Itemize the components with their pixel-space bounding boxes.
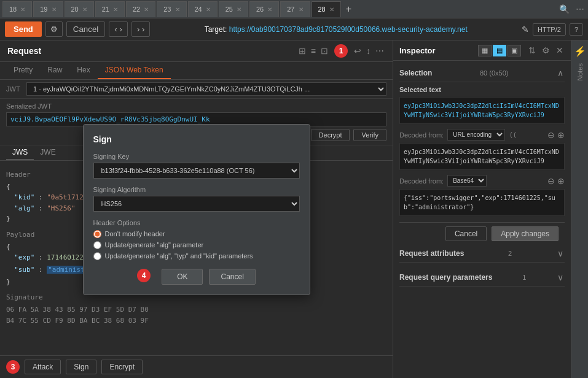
tab-close-25[interactable]: ✕ <box>237 6 241 13</box>
tab-19[interactable]: 19 ✕ <box>33 1 63 17</box>
main-area: Request ⊞ ≡ ⊡ 1 ↩ ↕ ⋯ Pretty Raw Hex JSO… <box>0 40 588 378</box>
modal-title: Sign <box>93 134 300 144</box>
selected-text-box: eyJpc3MiOiJwb3J0c3dpZ2dlciIsImV4cCI6MTcx… <box>399 97 565 124</box>
decoded-from-1-label: Decoded from: <box>399 131 444 139</box>
left-panel: Request ⊞ ≡ ⊡ 1 ↩ ↕ ⋯ Pretty Raw Hex JSO… <box>0 40 393 378</box>
ok-button[interactable]: OK <box>162 269 203 285</box>
tab-26[interactable]: 26 ✕ <box>249 1 279 17</box>
settings-icon[interactable]: ⚙ <box>45 21 63 37</box>
decoded-header-1: Decoded from: URL encoding ( ( ⊖ ⊕ <box>399 129 565 141</box>
signing-key-select[interactable]: b13f3f24-fbbb-4528-b633-362e5e110a88 (OC… <box>93 163 300 179</box>
decoded-minus-icon-1[interactable]: ⊖ <box>547 130 555 140</box>
decoded-encoding-1-select[interactable]: URL encoding <box>447 129 505 141</box>
badge-4: 4 <box>137 269 151 282</box>
sign-modal: Sign Signing Key b13f3f24-fbbb-4528-b633… <box>83 124 310 295</box>
inspector-content: Selection 80 (0x50) ∧ Selected text eyJp… <box>393 61 571 378</box>
inspector-settings-icon[interactable]: ⚙ <box>541 44 551 56</box>
tab-close-24[interactable]: ✕ <box>206 6 211 13</box>
inspector-sort-icon[interactable]: ⇅ <box>527 44 537 56</box>
tab-close-27[interactable]: ✕ <box>299 6 304 13</box>
search-icon[interactable]: 🔍 <box>558 3 571 15</box>
tab-bar: 18 ✕ 19 ✕ 20 ✕ 21 ✕ 22 ✕ 23 ✕ 24 ✕ 25 ✕ … <box>0 0 588 18</box>
decoded-plus-icon-2[interactable]: ⊕ <box>557 176 565 186</box>
side-icon-notes[interactable]: Notes <box>575 62 585 82</box>
toolbar: Send ⚙ Cancel ‹ › › › Target: https://0a… <box>0 18 588 40</box>
signing-key-label: Signing Key <box>93 153 300 160</box>
decoded-encoding-2-select[interactable]: Base64 <box>447 175 487 187</box>
display-btn-1[interactable]: ▦ <box>478 45 492 56</box>
inspector-title: Inspector <box>399 46 436 55</box>
side-icons: ⚡ Notes <box>571 40 588 378</box>
target-url: Target: https://0ab900170378ad9c8170529f… <box>154 25 517 34</box>
signing-algo-field: Signing Algorithm HS256 <box>93 186 300 212</box>
display-btn-3[interactable]: ▣ <box>508 45 521 56</box>
modal-cancel-button[interactable]: Cancel <box>209 269 255 285</box>
decoded-value-box-1: eyJpc3MiOiJwb3J0c3dpZ2dlciIsImV4cCI6MTcx… <box>399 143 565 170</box>
tab-close-21[interactable]: ✕ <box>113 6 118 13</box>
selected-text-title: Selected text <box>399 86 565 93</box>
request-attributes-section: Request attributes 2 ∨ <box>399 245 565 263</box>
tab-20[interactable]: 20 ✕ <box>65 1 94 17</box>
cancel-button[interactable]: Cancel <box>66 21 106 37</box>
signing-key-field: Signing Key b13f3f24-fbbb-4528-b633-362e… <box>93 153 300 179</box>
header-options-group: Header Options Don't modify header Updat… <box>93 219 300 260</box>
tab-18[interactable]: 18 ✕ <box>2 1 32 17</box>
right-panel: Inspector ▦ ▤ ▣ ⇅ ⚙ ✕ Selection 80 (0x50… <box>393 40 571 378</box>
tab-close-20[interactable]: ✕ <box>82 6 87 13</box>
selection-header: Selection 80 (0x50) ∧ <box>399 64 565 82</box>
apply-changes-button[interactable]: Apply changes <box>492 226 559 241</box>
signing-algo-select[interactable]: HS256 <box>93 196 300 212</box>
tab-25[interactable]: 25 ✕ <box>219 1 248 17</box>
radio-dont-modify[interactable]: Don't modify header <box>93 230 300 238</box>
request-attributes-title: Request attributes <box>399 249 464 258</box>
header-options-label: Header Options <box>93 219 300 226</box>
menu-icon[interactable]: ⋯ <box>574 3 586 15</box>
signing-algo-label: Signing Algorithm <box>93 186 300 193</box>
side-icon-1[interactable]: ⚡ <box>573 44 587 58</box>
decoded-icons-1: ⊖ ⊕ <box>547 130 565 140</box>
display-buttons: ▦ ▤ ▣ <box>478 45 521 56</box>
tab-23[interactable]: 23 ✕ <box>157 1 186 17</box>
tab-close-23[interactable]: ✕ <box>175 6 180 13</box>
tab-close-28[interactable]: ✕ <box>329 6 334 13</box>
display-btn-2[interactable]: ▤ <box>493 45 506 56</box>
selection-section: Selection 80 (0x50) ∧ Selected text eyJp… <box>399 64 565 216</box>
tab-21[interactable]: 21 ✕ <box>95 1 125 17</box>
decoded-minus-icon-2[interactable]: ⊖ <box>547 176 555 186</box>
radio-update-alg-typ-kid[interactable]: Update/generate "alg", "typ" and "kid" p… <box>93 252 300 260</box>
request-query-count: 1 <box>522 274 526 281</box>
decoded-value-box-2: {"iss":"portswigger","exp":1714601225,"s… <box>399 189 565 216</box>
tab-close-26[interactable]: ✕ <box>267 6 272 13</box>
edit-url-button[interactable]: ✎ <box>522 25 529 34</box>
nav-back-button[interactable]: ‹ › <box>109 21 128 37</box>
request-query-expand-icon[interactable]: ∨ <box>556 271 565 284</box>
help-button[interactable]: ? <box>570 23 583 36</box>
send-button[interactable]: Send <box>5 21 42 37</box>
tab-24[interactable]: 24 ✕ <box>188 1 218 17</box>
nav-forward-button[interactable]: › › <box>131 21 151 37</box>
tab-22[interactable]: 22 ✕ <box>126 1 155 17</box>
new-tab-button[interactable]: + <box>342 4 355 15</box>
request-attributes-count: 2 <box>508 250 512 257</box>
selection-expand-icon[interactable]: ∧ <box>556 67 565 79</box>
radio-update-alg[interactable]: Update/generate "alg" parameter <box>93 241 300 249</box>
http-version-badge: HTTP/2 <box>533 23 566 36</box>
request-query-title: Request query parameters <box>399 273 492 282</box>
modal-actions: 4 OK Cancel <box>93 269 300 285</box>
tab-27[interactable]: 27 ✕ <box>280 1 310 17</box>
inspector-cancel-button[interactable]: Cancel <box>445 226 487 241</box>
decoded-icons-2: ⊖ ⊕ <box>547 176 565 186</box>
tab-28[interactable]: 28 ✕ <box>312 1 341 17</box>
request-attributes-expand-icon[interactable]: ∨ <box>556 247 565 260</box>
selection-title: Selection <box>399 69 432 77</box>
tab-close-22[interactable]: ✕ <box>144 6 149 13</box>
decoded-from-2-label: Decoded from: <box>399 177 444 185</box>
inspector-footer: Cancel Apply changes <box>399 222 565 245</box>
inspector-close-icon[interactable]: ✕ <box>555 44 565 56</box>
request-query-section: Request query parameters 1 ∨ <box>399 269 565 287</box>
decoded-header-2: Decoded from: Base64 ⊖ ⊕ <box>399 175 565 187</box>
modal-overlay: Sign Signing Key b13f3f24-fbbb-4528-b633… <box>0 40 393 378</box>
decoded-plus-icon-1[interactable]: ⊕ <box>557 130 565 140</box>
tab-close-19[interactable]: ✕ <box>52 6 57 13</box>
tab-close-18[interactable]: ✕ <box>20 6 25 13</box>
